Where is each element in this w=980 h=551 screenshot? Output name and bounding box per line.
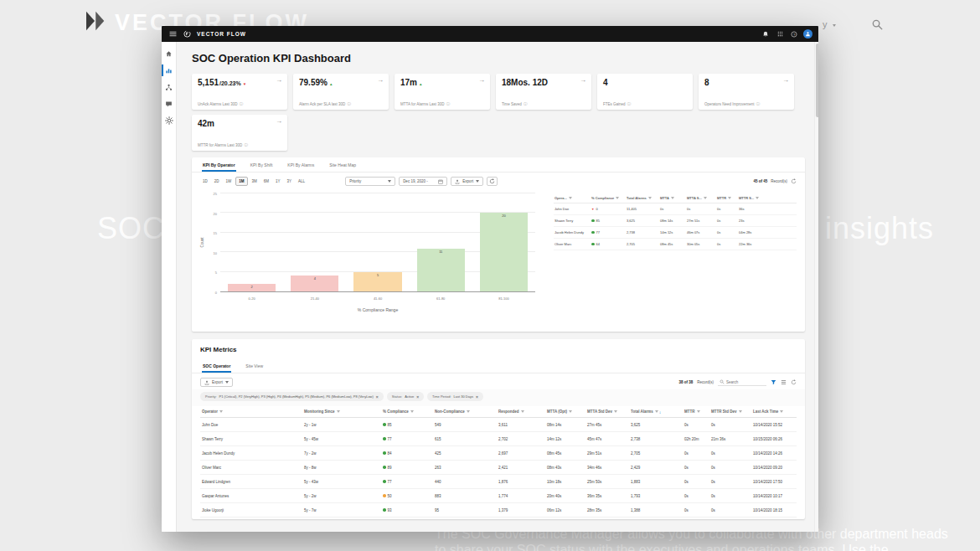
column-header-mtta-s[interactable]: MTTA S... (686, 193, 716, 203)
table-row[interactable]: Gaspar Antunes5y - 2w508831,77420m 40s36… (200, 489, 797, 503)
table-row[interactable]: John Doe2y - 1w855493,61108m 14s27m 45s3… (200, 418, 797, 432)
metrics-search[interactable] (718, 378, 766, 386)
range-button-1w[interactable]: 1W (224, 178, 235, 185)
tab-kpi-by-shift[interactable]: KPI By Shift (250, 157, 274, 172)
bar-21-40[interactable]: 4 (291, 276, 338, 291)
column-header-total-alarms[interactable]: Total Alarms↓ (629, 406, 683, 417)
tab-site-heat-map[interactable]: Site Heat Map (328, 157, 357, 172)
tab-kpi-by-alarms[interactable]: KPI By Alarms (286, 157, 315, 172)
tab-soc-operator[interactable]: SOC Operator (202, 358, 231, 373)
filter-funnel-icon[interactable] (569, 197, 572, 199)
range-button-1m[interactable]: 1M (235, 177, 247, 186)
tab-site-view[interactable]: Site View (245, 358, 264, 373)
filter-funnel-icon[interactable] (655, 410, 658, 413)
filter-funnel-icon[interactable] (697, 410, 700, 413)
filter-chip-priority[interactable]: Priority: P1 (Critical), P2 (VeryHigh), … (200, 392, 384, 401)
chip-close-icon[interactable]: × (476, 394, 478, 399)
column-header-mttr-s[interactable]: MTTR S... (738, 193, 797, 203)
column-header-non-compliance[interactable]: Non-Compliance (433, 407, 497, 417)
kpi-card-mtta-for-alarms-last-30d[interactable]: 17m▲→MTTA for Alarms Last 30D ⓘ (395, 74, 490, 110)
bar-61-80[interactable]: 11 (417, 249, 465, 291)
table-row[interactable]: John Doe▼011,4050s0s0s36s (554, 203, 797, 215)
filter-chip-status[interactable]: Status: Active× (387, 392, 424, 401)
filter-funnel-icon[interactable] (219, 410, 223, 413)
bar-41-60[interactable]: 5 (353, 272, 401, 291)
scrollbar-thumb[interactable] (816, 44, 819, 117)
sidebar-item-dashboard[interactable] (162, 62, 176, 79)
kpi-card-operators-need-improvement[interactable]: 8→Operators Need Improvement ⓘ (699, 74, 794, 110)
column-header-monitoring-since[interactable]: Monitoring Since (302, 407, 381, 417)
table-row[interactable]: Shawn Terry853,62508m 14s27m 51s0s23s (554, 215, 797, 227)
sidebar-item-organization[interactable] (162, 79, 176, 95)
kpi-card-time-saved[interactable]: 18Mos. 12D→Time Saved ⓘ (496, 74, 591, 110)
filter-funnel-icon[interactable] (410, 410, 414, 413)
table-row[interactable]: Jacob Helen Dundy772,73814m 12s46m 07s0s… (554, 227, 797, 239)
sidebar-item-settings[interactable] (162, 112, 176, 129)
sidebar-item-home[interactable] (162, 45, 176, 62)
site-nav-fragment[interactable]: y (823, 19, 828, 29)
refresh-icon[interactable] (791, 379, 797, 385)
drilldown-arrow-icon[interactable]: → (580, 76, 586, 84)
tab-kpi-by-operator[interactable]: KPI By Operator (202, 157, 236, 172)
vertical-scrollbar[interactable] (814, 42, 818, 532)
chip-close-icon[interactable]: × (376, 394, 379, 399)
priority-select[interactable]: Priority (345, 177, 395, 186)
range-button-all[interactable]: ALL (296, 178, 307, 185)
filter-funnel-icon[interactable] (648, 197, 652, 199)
range-button-1d[interactable]: 1D (200, 178, 210, 185)
menu-icon[interactable] (168, 29, 178, 39)
column-header-mtta-opt[interactable]: MTTA (Opt) (545, 407, 585, 417)
kpi-card-ftes-gained[interactable]: 4FTEs Gained ⓘ (597, 74, 693, 110)
column-menu-icon[interactable] (781, 379, 787, 385)
column-header-responded[interactable]: Responded (497, 407, 545, 417)
column-header-compliance[interactable]: % Compliance (591, 193, 626, 203)
sidebar-item-messages[interactable] (162, 95, 176, 112)
apps-grid-icon[interactable] (775, 29, 785, 39)
filter-funnel-icon[interactable] (616, 197, 619, 199)
column-header-mtta-std-dev[interactable]: MTTA Std Dev (585, 407, 629, 417)
bar-0-20[interactable]: 2 (228, 284, 276, 291)
date-range-picker[interactable]: Dec 19, 2020 - (399, 177, 447, 186)
table-row[interactable]: Jacob Helen Dundy7y - 2w844252,69708m 45… (200, 446, 797, 461)
table-row[interactable]: Oliver Marc8y - 8w892632,42108m 43s34m 4… (200, 461, 797, 475)
column-header-total-alarms[interactable]: Total Alarms (626, 193, 659, 203)
search-input[interactable] (726, 380, 765, 384)
table-row[interactable]: Oliver Marc642,70508m 45s30m 05s0s22m 36… (554, 239, 797, 250)
table-row[interactable]: Jioke Ugoorji5y - 7w93951,37906m 12s28m … (200, 503, 797, 518)
drilldown-arrow-icon[interactable]: → (782, 76, 789, 84)
filter-funnel-icon[interactable] (728, 197, 731, 199)
search-icon[interactable] (871, 18, 884, 34)
filter-funnel-icon[interactable] (704, 197, 707, 199)
filter-icon[interactable] (771, 379, 776, 385)
drilldown-arrow-icon[interactable]: → (276, 117, 282, 125)
drilldown-arrow-icon[interactable]: → (478, 76, 485, 84)
metrics-export-button[interactable]: Export (200, 378, 233, 387)
filter-funnel-icon[interactable] (756, 197, 759, 199)
kpi-card-alarm-ack-per-sla-last-30d[interactable]: 79.59%▲→Alarm Ack per SLA last 30D ⓘ (293, 74, 389, 110)
bell-icon[interactable] (761, 29, 771, 39)
column-header-mttr[interactable]: MTTR (683, 407, 709, 417)
filter-funnel-icon[interactable] (569, 410, 572, 413)
filter-funnel-icon[interactable] (739, 410, 742, 413)
chip-close-icon[interactable]: × (416, 394, 419, 399)
table-row[interactable]: Shawn Terry5y - 45w776152,70214m 12s45m … (200, 432, 797, 446)
range-button-3m[interactable]: 3M (250, 178, 260, 185)
column-header-mtta[interactable]: MTTA (659, 193, 686, 203)
column-header-compliance[interactable]: % Compliance (381, 407, 433, 417)
range-button-3y[interactable]: 3Y (285, 178, 295, 185)
range-button-2d[interactable]: 2D (212, 178, 222, 185)
drilldown-arrow-icon[interactable]: → (276, 76, 282, 84)
column-header-operator[interactable]: Operator (200, 407, 302, 417)
filter-funnel-icon[interactable] (337, 410, 340, 413)
help-icon[interactable]: ? (789, 29, 799, 39)
filter-funnel-icon[interactable] (671, 197, 674, 199)
bar-81-100[interactable]: 20 (480, 213, 528, 291)
chart-settings-button[interactable] (487, 177, 498, 186)
column-header-mttr-std-dev[interactable]: MTTR Std Dev (709, 407, 751, 417)
kpi-card-mttr-for-alarms-last-30d[interactable]: 42m→MTTR for Alarms Last 30D ⓘ (192, 115, 287, 151)
filter-funnel-icon[interactable] (780, 410, 783, 413)
column-header-mttr[interactable]: MTTR (716, 193, 738, 203)
kpi-card-unack-alarms-last-30d[interactable]: 5,151/20.23%▼→UnAck Alarms Last 30D ⓘ (192, 74, 287, 110)
column-header-opera[interactable]: Opera... (554, 193, 591, 203)
chart-refresh-icon[interactable] (791, 178, 797, 184)
